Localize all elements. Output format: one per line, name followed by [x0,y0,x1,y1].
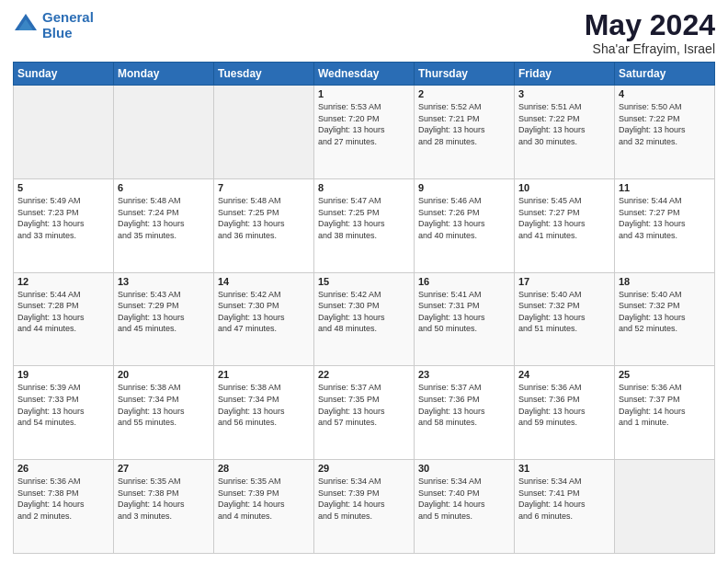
calendar-cell: 27Sunrise: 5:35 AM Sunset: 7:38 PM Dayli… [114,460,214,554]
calendar-cell: 11Sunrise: 5:44 AM Sunset: 7:27 PM Dayli… [615,178,715,272]
cell-content: Sunrise: 5:43 AM Sunset: 7:29 PM Dayligh… [118,289,210,335]
day-number: 28 [218,463,310,474]
cell-content: Sunrise: 5:36 AM Sunset: 7:37 PM Dayligh… [619,382,711,428]
cell-content: Sunrise: 5:40 AM Sunset: 7:32 PM Dayligh… [518,289,610,335]
cell-content: Sunrise: 5:42 AM Sunset: 7:30 PM Dayligh… [218,289,310,335]
week-row-1: 1Sunrise: 5:53 AM Sunset: 7:20 PM Daylig… [14,86,715,179]
day-number: 29 [318,463,410,474]
day-header-tuesday: Tuesday [214,63,314,86]
day-header-thursday: Thursday [415,63,515,86]
week-row-5: 26Sunrise: 5:36 AM Sunset: 7:38 PM Dayli… [14,460,715,554]
calendar-cell [114,86,214,179]
cell-content: Sunrise: 5:52 AM Sunset: 7:21 PM Dayligh… [418,101,510,147]
calendar-cell [615,460,715,554]
calendar-cell: 24Sunrise: 5:36 AM Sunset: 7:36 PM Dayli… [515,366,615,460]
day-number: 20 [118,369,210,380]
cell-content: Sunrise: 5:37 AM Sunset: 7:35 PM Dayligh… [318,382,410,428]
cell-content: Sunrise: 5:44 AM Sunset: 7:27 PM Dayligh… [619,195,711,241]
header: General Blue May 2024 Sha'ar Efrayim, Is… [13,9,715,56]
cell-content: Sunrise: 5:48 AM Sunset: 7:25 PM Dayligh… [218,195,310,241]
day-header-wednesday: Wednesday [314,63,415,86]
logo-icon [13,12,39,38]
cell-content: Sunrise: 5:53 AM Sunset: 7:20 PM Dayligh… [318,101,410,147]
calendar-cell: 16Sunrise: 5:41 AM Sunset: 7:31 PM Dayli… [415,272,515,366]
cell-content: Sunrise: 5:46 AM Sunset: 7:26 PM Dayligh… [418,195,510,241]
day-number: 6 [118,182,210,193]
calendar-header: SundayMondayTuesdayWednesdayThursdayFrid… [14,63,715,86]
calendar-cell: 1Sunrise: 5:53 AM Sunset: 7:20 PM Daylig… [314,86,415,179]
calendar-cell: 29Sunrise: 5:34 AM Sunset: 7:39 PM Dayli… [314,460,415,554]
day-number: 25 [619,369,711,380]
cell-content: Sunrise: 5:50 AM Sunset: 7:22 PM Dayligh… [619,101,711,147]
calendar-cell: 21Sunrise: 5:38 AM Sunset: 7:34 PM Dayli… [214,366,314,460]
calendar-cell: 28Sunrise: 5:35 AM Sunset: 7:39 PM Dayli… [214,460,314,554]
cell-content: Sunrise: 5:36 AM Sunset: 7:38 PM Dayligh… [17,476,109,522]
day-number: 1 [318,88,410,99]
calendar-cell: 25Sunrise: 5:36 AM Sunset: 7:37 PM Dayli… [615,366,715,460]
cell-content: Sunrise: 5:49 AM Sunset: 7:23 PM Dayligh… [17,195,109,241]
day-header-sunday: Sunday [14,63,114,86]
day-number: 16 [418,276,510,287]
calendar-body: 1Sunrise: 5:53 AM Sunset: 7:20 PM Daylig… [14,86,715,554]
day-number: 11 [619,182,711,193]
calendar-cell: 15Sunrise: 5:42 AM Sunset: 7:30 PM Dayli… [314,272,415,366]
cell-content: Sunrise: 5:35 AM Sunset: 7:39 PM Dayligh… [218,476,310,522]
calendar-cell: 8Sunrise: 5:47 AM Sunset: 7:25 PM Daylig… [314,178,415,272]
day-number: 21 [218,369,310,380]
calendar-cell: 7Sunrise: 5:48 AM Sunset: 7:25 PM Daylig… [214,178,314,272]
calendar-cell: 2Sunrise: 5:52 AM Sunset: 7:21 PM Daylig… [415,86,515,179]
day-number: 30 [418,463,510,474]
week-row-2: 5Sunrise: 5:49 AM Sunset: 7:23 PM Daylig… [14,178,715,272]
day-number: 4 [619,88,711,99]
calendar-cell: 9Sunrise: 5:46 AM Sunset: 7:26 PM Daylig… [415,178,515,272]
cell-content: Sunrise: 5:37 AM Sunset: 7:36 PM Dayligh… [418,382,510,428]
calendar-cell: 30Sunrise: 5:34 AM Sunset: 7:40 PM Dayli… [415,460,515,554]
calendar-cell: 13Sunrise: 5:43 AM Sunset: 7:29 PM Dayli… [114,272,214,366]
day-number: 2 [418,88,510,99]
main-title: May 2024 [585,9,715,41]
cell-content: Sunrise: 5:48 AM Sunset: 7:24 PM Dayligh… [118,195,210,241]
cell-content: Sunrise: 5:51 AM Sunset: 7:22 PM Dayligh… [518,101,610,147]
calendar-cell: 31Sunrise: 5:34 AM Sunset: 7:41 PM Dayli… [515,460,615,554]
day-number: 31 [518,463,610,474]
calendar-cell: 19Sunrise: 5:39 AM Sunset: 7:33 PM Dayli… [14,366,114,460]
day-header-friday: Friday [515,63,615,86]
day-number: 3 [518,88,610,99]
day-number: 23 [418,369,510,380]
day-header-monday: Monday [114,63,214,86]
cell-content: Sunrise: 5:38 AM Sunset: 7:34 PM Dayligh… [118,382,210,428]
day-number: 18 [619,276,711,287]
title-block: May 2024 Sha'ar Efrayim, Israel [585,9,715,56]
week-row-4: 19Sunrise: 5:39 AM Sunset: 7:33 PM Dayli… [14,366,715,460]
logo-blue: Blue [42,25,73,40]
calendar-cell: 23Sunrise: 5:37 AM Sunset: 7:36 PM Dayli… [415,366,515,460]
cell-content: Sunrise: 5:36 AM Sunset: 7:36 PM Dayligh… [518,382,610,428]
day-number: 15 [318,276,410,287]
calendar-cell: 6Sunrise: 5:48 AM Sunset: 7:24 PM Daylig… [114,178,214,272]
day-number: 5 [17,182,109,193]
cell-content: Sunrise: 5:34 AM Sunset: 7:41 PM Dayligh… [518,476,610,522]
calendar-cell: 5Sunrise: 5:49 AM Sunset: 7:23 PM Daylig… [14,178,114,272]
calendar-cell [214,86,314,179]
page: General Blue May 2024 Sha'ar Efrayim, Is… [0,0,728,563]
calendar-cell: 4Sunrise: 5:50 AM Sunset: 7:22 PM Daylig… [615,86,715,179]
day-number: 14 [218,276,310,287]
logo: General Blue [13,9,94,41]
cell-content: Sunrise: 5:42 AM Sunset: 7:30 PM Dayligh… [318,289,410,335]
day-number: 8 [318,182,410,193]
header-row: SundayMondayTuesdayWednesdayThursdayFrid… [14,63,715,86]
day-number: 22 [318,369,410,380]
cell-content: Sunrise: 5:34 AM Sunset: 7:39 PM Dayligh… [318,476,410,522]
cell-content: Sunrise: 5:41 AM Sunset: 7:31 PM Dayligh… [418,289,510,335]
day-number: 17 [518,276,610,287]
logo-text: General Blue [42,9,94,41]
cell-content: Sunrise: 5:44 AM Sunset: 7:28 PM Dayligh… [17,289,109,335]
cell-content: Sunrise: 5:45 AM Sunset: 7:27 PM Dayligh… [518,195,610,241]
day-number: 24 [518,369,610,380]
subtitle: Sha'ar Efrayim, Israel [585,41,715,56]
day-number: 7 [218,182,310,193]
day-number: 10 [518,182,610,193]
cell-content: Sunrise: 5:34 AM Sunset: 7:40 PM Dayligh… [418,476,510,522]
cell-content: Sunrise: 5:47 AM Sunset: 7:25 PM Dayligh… [318,195,410,241]
day-number: 13 [118,276,210,287]
